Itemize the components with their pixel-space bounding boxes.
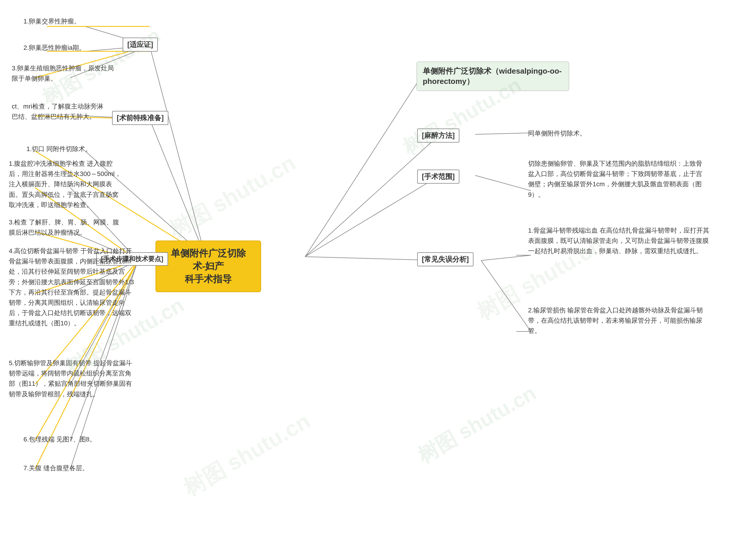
error-2-text: 2.输尿管损伤 输尿管在骨盆入口处跨越髂外动脉及骨盆漏斗韧带，在高位结扎该韧带时… [528,305,710,336]
branch-label-errors: [常见失误分析] [417,252,473,266]
step-1-text: 1.腹盆腔冲洗液细胞学检查 进入腹腔后，用注射器将生理盐水300～500ml，注… [9,158,123,210]
central-node: 单侧附件广泛切除术-妇产 科手术指导 [156,241,261,292]
svg-line-20 [481,255,531,260]
step-3-text: 3.检查 了解肝、脾、胃、肠、网膜、腹膜后淋巴结以及肿瘤情况。 [9,217,123,238]
preop-text: ct、mri检查，了解腹主动脉旁淋巴结、盆腔淋巴结有无肿大。 [12,101,108,122]
svg-line-18 [475,175,531,191]
central-title: 单侧附件广泛切除术-妇产 [171,248,246,271]
incision-text: 1.切口 同附件切除术。 [26,144,92,154]
svg-line-14 [305,79,420,257]
step-7-text: 7.关腹 缝合腹壁各层。 [23,463,88,473]
scope-text: 切除患侧输卵管、卵巢及下述范围内的脂肪结缔组织：上致骨盆入口部，高位切断骨盆漏斗… [528,158,704,200]
svg-line-0 [149,46,205,257]
watermark-7: 树图 shutu.cn [413,380,541,469]
svg-line-17 [305,175,440,257]
central-subtitle: 科手术指导 [185,274,232,284]
step-6-text: 6.包埋残端 见图7、图8。 [23,434,96,444]
branch-label-anesthesia: [麻醉方法] [417,128,460,143]
watermark-2: 树图 shutu.cn [163,148,301,245]
watermark-4: 树图 shutu.cn [178,406,316,503]
anesthesia-text: 同单侧附件切除术。 [528,128,586,138]
step-4-text: 4.高位切断骨盆漏斗韧带 于骨盆入口处打开骨盆漏斗韧带表面腹膜，内侧距输尿管1c… [9,246,135,328]
branch-label-preop: [术前特殊准备] [112,111,168,125]
branch-label-scope: [手术范围] [417,169,460,184]
svg-line-4 [149,119,205,257]
indication-item-2: 2.卵巢恶性肿瘤ia期。 [23,42,85,53]
svg-line-15 [305,134,440,257]
right-title-box: 单侧附件广泛切除术（widesalpingo-oo-phorectomy） [417,62,569,91]
svg-line-16 [475,133,531,134]
svg-line-21 [481,260,531,332]
error-1-text: 1.骨盆漏斗韧带残端出血 在高位结扎骨盆漏斗韧带时，应打开其表面腹膜，既可认清输… [528,225,710,256]
mindmap-container: 单侧附件广泛切除术-妇产 科手术指导 [适应证] 1.卵巢交界性肿瘤。 2.卵巢… [0,0,751,560]
step-5-text: 5.切断输卵管及卵巢固有韧带 提起骨盆漏斗韧带远端，将阔韧带内疏松组织分离至宫角… [9,358,135,399]
branch-label-indications: [适应证] [123,38,158,52]
indication-item-3: 3.卵巢生殖细胞恶性肿瘤，原发灶局限于单侧卵巢。 [12,63,117,84]
indication-item-1: 1.卵巢交界性肿瘤。 [23,16,80,26]
